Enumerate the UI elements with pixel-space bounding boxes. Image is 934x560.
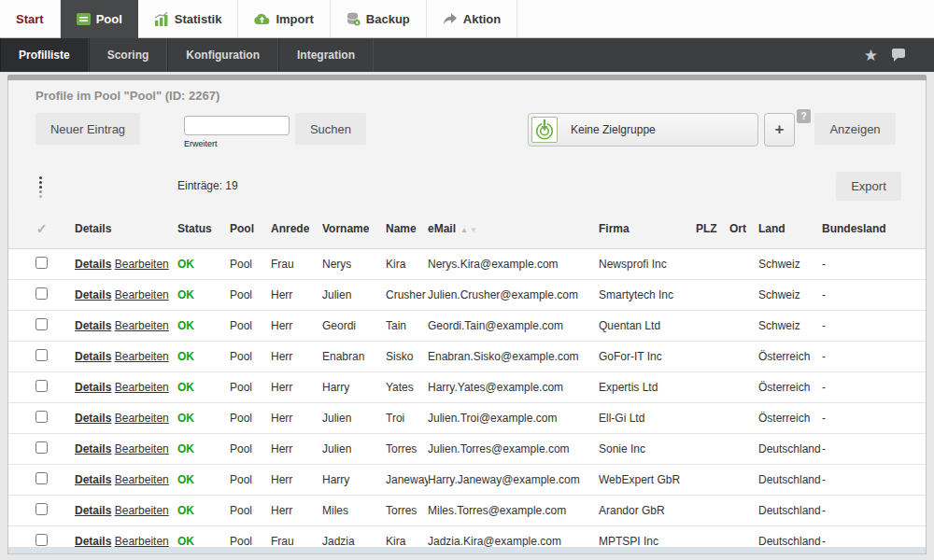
status-badge: OK — [177, 350, 194, 363]
row-checkbox[interactable] — [35, 287, 48, 300]
details-cell: Details Bearbeiten — [75, 371, 177, 402]
bearbeiten-link[interactable]: Bearbeiten — [115, 535, 169, 548]
row-checkbox[interactable] — [35, 411, 48, 423]
ort-cell — [729, 341, 758, 371]
tab-import-label: Import — [276, 12, 313, 26]
anrede-cell: Herr — [271, 433, 322, 464]
header-firma: Firma — [599, 209, 696, 248]
target-group-selector[interactable]: Keine Zielgruppe — [528, 113, 758, 147]
bearbeiten-link[interactable]: Bearbeiten — [115, 258, 169, 271]
bundesland-cell: - — [822, 433, 926, 464]
details-link[interactable]: Details — [75, 288, 111, 301]
bearbeiten-link[interactable]: Bearbeiten — [115, 288, 169, 301]
tab-start-label: Start — [16, 12, 44, 26]
status-badge: OK — [177, 442, 194, 455]
plz-cell — [696, 341, 729, 371]
select-all-icon[interactable]: ✓ — [36, 221, 48, 236]
favorite-star-icon[interactable]: ★ — [864, 46, 878, 65]
add-target-group-button[interactable]: + — [764, 113, 795, 147]
status-badge: OK — [177, 412, 194, 425]
show-button[interactable]: Anzeigen — [814, 113, 896, 145]
header-bundesland: Bundesland — [822, 209, 926, 248]
sort-asc-icon[interactable]: ▲ — [460, 226, 468, 234]
tab-aktion[interactable]: Aktion — [427, 0, 517, 37]
entries-count: Einträge: 19 — [177, 179, 238, 192]
details-cell: Details Bearbeiten — [75, 310, 177, 341]
bearbeiten-link[interactable]: Bearbeiten — [115, 319, 169, 332]
ort-cell — [729, 402, 758, 433]
name-cell: Torres — [386, 495, 428, 525]
firma-cell: Arandor GbR — [599, 495, 696, 525]
table-body: Details Bearbeiten OK Pool Frau Nerys Ki… — [8, 248, 926, 554]
table-row: Details Bearbeiten OK Pool Herr Harry Ya… — [8, 371, 926, 402]
land-cell: Österreich — [758, 341, 822, 371]
help-icon[interactable]: ? — [797, 109, 811, 123]
tab-import[interactable]: Import — [238, 0, 330, 37]
land-cell: Deutschland — [758, 433, 822, 464]
search-input[interactable] — [184, 116, 290, 135]
name-cell: Crusher — [386, 279, 428, 310]
details-link[interactable]: Details — [75, 412, 111, 425]
land-cell: Schweiz — [758, 279, 822, 310]
export-button[interactable]: Export — [836, 172, 901, 201]
kebab-menu-icon[interactable] — [37, 175, 44, 200]
details-link[interactable]: Details — [75, 258, 111, 271]
header-name: Name — [386, 209, 428, 248]
bearbeiten-link[interactable]: Bearbeiten — [115, 350, 169, 363]
details-link[interactable]: Details — [75, 473, 111, 486]
subnav-item-konfiguration[interactable]: Konfiguration — [167, 38, 278, 72]
row-checkbox[interactable] — [35, 380, 48, 392]
comment-bubble-icon[interactable] — [891, 49, 906, 63]
subnav-item-scoring[interactable]: Scoring — [89, 38, 168, 72]
details-link[interactable]: Details — [75, 442, 111, 455]
bearbeiten-link[interactable]: Bearbeiten — [115, 381, 169, 394]
header-vorname: Vorname — [322, 209, 386, 248]
details-link[interactable]: Details — [75, 350, 111, 363]
pool-list-icon — [77, 12, 91, 26]
pool-cell: Pool — [230, 433, 271, 464]
details-link[interactable]: Details — [75, 319, 111, 332]
row-checkbox[interactable] — [35, 441, 48, 454]
row-checkbox[interactable] — [35, 349, 48, 361]
search-button[interactable]: Suchen — [295, 113, 366, 145]
details-link[interactable]: Details — [75, 381, 111, 394]
name-cell: Kira — [386, 248, 428, 279]
subnav-konfiguration-label: Konfiguration — [186, 49, 260, 62]
email-cell: Julien.Troi@example.com — [428, 402, 599, 433]
details-cell: Details Bearbeiten — [75, 248, 177, 279]
row-checkbox[interactable] — [35, 534, 48, 546]
bearbeiten-link[interactable]: Bearbeiten — [115, 504, 169, 517]
details-link[interactable]: Details — [75, 535, 111, 548]
anrede-cell: Herr — [271, 402, 322, 433]
row-checkbox[interactable] — [35, 503, 48, 515]
bundesland-cell: - — [822, 279, 926, 310]
sub-navigation: Profilliste Scoring Konfiguration Integr… — [0, 38, 934, 72]
bundesland-cell: - — [822, 248, 926, 279]
details-link[interactable]: Details — [75, 504, 111, 517]
new-entry-button[interactable]: Neuer Eintrag — [35, 113, 140, 145]
status-cell: OK — [177, 310, 230, 341]
firma-cell: Expertis Ltd — [599, 371, 696, 402]
status-cell: OK — [177, 371, 230, 402]
ort-cell — [729, 464, 758, 495]
bearbeiten-link[interactable]: Bearbeiten — [115, 412, 169, 425]
pool-cell: Pool — [230, 341, 271, 371]
subnav-item-integration[interactable]: Integration — [278, 38, 374, 72]
bearbeiten-link[interactable]: Bearbeiten — [115, 442, 169, 455]
pool-cell: Pool — [230, 464, 271, 495]
plz-cell — [696, 402, 729, 433]
advanced-search-link[interactable]: Erweitert — [184, 139, 290, 148]
subnav-item-profilliste[interactable]: Profilliste — [0, 38, 89, 72]
tab-backup[interactable]: Backup — [331, 0, 427, 37]
tab-statistik[interactable]: Statistik — [138, 0, 239, 37]
row-checkbox[interactable] — [35, 318, 48, 330]
tab-pool[interactable]: Pool — [61, 0, 138, 38]
row-checkbox[interactable] — [35, 257, 48, 269]
row-checkbox[interactable] — [35, 472, 48, 484]
vorname-cell: Miles — [322, 495, 386, 525]
tab-start[interactable]: Start — [0, 0, 61, 37]
subnav-tools: ★ — [864, 38, 934, 72]
sort-desc-icon[interactable]: ▼ — [470, 226, 477, 234]
header-plz: PLZ — [696, 209, 729, 248]
bearbeiten-link[interactable]: Bearbeiten — [115, 473, 169, 486]
